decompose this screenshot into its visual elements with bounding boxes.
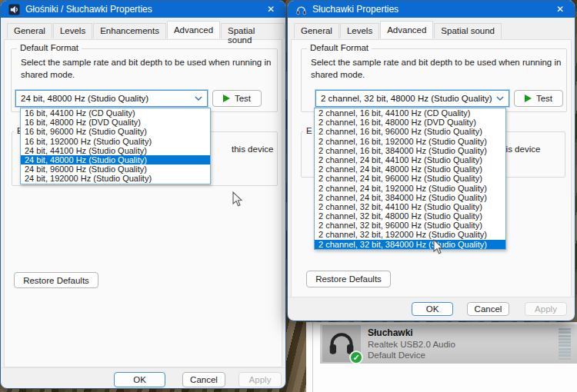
format-option[interactable]: 16 bit, 96000 Hz (Studio Quality) [21,127,210,136]
restore-defaults-button[interactable]: Restore Defaults [14,272,98,288]
format-option[interactable]: 2 channel, 32 bit, 48000 Hz (Studio Qual… [315,211,505,221]
speaker-icon [8,4,20,15]
format-option[interactable]: 2 channel, 32 bit, 96000 Hz (Studio Qual… [315,221,505,230]
tab-levels[interactable]: Levels [340,23,379,38]
titlebar: Głośniki / Słuchawki Properties ✕ [1,1,285,18]
close-icon[interactable]: ✕ [553,3,567,15]
tab-general[interactable]: General [7,23,52,38]
dialog-sluchawki-properties: Słuchawki Properties ✕ GeneralLevelsAdva… [287,0,575,321]
footer-divider [1,367,285,368]
format-option[interactable]: 2 channel, 24 bit, 96000 Hz (Studio Qual… [315,174,505,183]
test-button-label: Test [536,94,552,103]
tab-general[interactable]: General [294,23,339,38]
format-option[interactable]: 16 bit, 44100 Hz (CD Quality) [21,108,210,118]
apply-button[interactable]: Apply [525,302,567,316]
format-option[interactable]: 2 channel, 16 bit, 192000 Hz (Studio Qua… [315,137,505,146]
format-option[interactable]: 2 channel, 16 bit, 384000 Hz (Studio Qua… [315,146,505,155]
format-option[interactable]: 24 bit, 192000 Hz (Studio Quality) [21,174,210,183]
format-combobox[interactable]: 2 channel, 32 bit, 48000 Hz (Studio Qual… [315,90,509,107]
chevron-down-icon [195,95,202,101]
restore-defaults-button[interactable]: Restore Defaults [306,271,391,287]
format-option[interactable]: 2 channel, 32 bit, 44100 Hz (Studio Qual… [315,202,505,211]
play-icon [525,95,532,102]
tab-page-advanced: Default Format Select the sample rate an… [291,39,572,297]
default-device-check-icon: ✓ [349,350,363,364]
format-option[interactable]: 24 bit, 96000 Hz (Studio Quality) [21,164,210,174]
format-option[interactable]: 2 channel, 16 bit, 44100 Hz (CD Quality) [315,108,505,118]
titlebar: Słuchawki Properties ✕ [288,1,575,18]
dialog-title: Głośniki / Słuchawki Properties [25,4,152,15]
panel-divider [312,322,313,392]
tab-enhancements[interactable]: Enhancements [93,23,166,38]
format-option[interactable]: 2 channel, 32 bit, 384000 Hz (Studio Qua… [315,240,505,249]
tab-advanced[interactable]: Advanced [167,21,220,38]
tab-advanced[interactable]: Advanced [380,21,433,38]
volume-meter [559,328,571,360]
format-option[interactable]: 2 channel, 24 bit, 48000 Hz (Studio Qual… [315,164,505,174]
headphones-device-icon: ✓ [322,325,361,362]
tab-strip: GeneralLevelsAdvancedSpatial sound [294,23,502,38]
dialog-title: Słuchawki Properties [312,4,399,15]
group-label: Default Format [17,43,82,52]
apply-button[interactable]: Apply [238,372,282,387]
format-option[interactable]: 2 channel, 24 bit, 44100 Hz (Studio Qual… [315,155,505,164]
cancel-button[interactable]: Cancel [467,302,509,316]
format-option[interactable]: 24 bit, 48000 Hz (Studio Quality) [21,155,210,164]
format-description: Select the sample rate and bit depth to … [311,57,562,81]
device-driver: Realtek USB2.0 Audio [368,339,455,350]
test-button[interactable]: Test [212,90,262,107]
format-combobox-value: 2 channel, 32 bit, 48000 Hz (Studio Qual… [321,94,492,103]
chevron-down-icon [496,95,504,101]
device-name: Słuchawki [368,327,455,338]
format-option[interactable]: 2 channel, 24 bit, 384000 Hz (Studio Qua… [315,193,505,202]
test-button-label: Test [235,94,251,103]
format-option[interactable]: 24 bit, 44100 Hz (Studio Quality) [21,146,210,155]
format-option[interactable]: 16 bit, 48000 Hz (DVD Quality) [21,118,210,127]
headphones-icon [295,4,307,15]
exclusive-text-fragment: this device [232,145,273,154]
footer-divider [288,297,575,297]
format-combobox-value: 24 bit, 48000 Hz (Studio Quality) [21,94,148,103]
format-option[interactable]: 2 channel, 16 bit, 48000 Hz (DVD Quality… [315,118,505,127]
tab-spatial-sound[interactable]: Spatial sound [434,23,502,38]
format-combobox[interactable]: 24 bit, 48000 Hz (Studio Quality) [15,90,208,107]
tab-levels[interactable]: Levels [53,23,92,38]
tab-strip: GeneralLevelsEnhancementsAdvancedSpatial… [7,23,285,38]
desktop: ✓ Słuchawki Realtek USB2.0 Audio Default… [0,0,577,392]
format-option[interactable]: 2 channel, 16 bit, 96000 Hz (Studio Qual… [315,127,505,136]
mouse-cursor [232,191,244,208]
format-dropdown-list: 2 channel, 16 bit, 44100 Hz (CD Quality)… [314,108,506,250]
tab-spatial-sound[interactable]: Spatial sound [221,23,285,38]
ok-button[interactable]: OK [412,302,453,316]
ok-button[interactable]: OK [114,372,165,387]
sound-control-panel: ✓ Słuchawki Realtek USB2.0 Audio Default… [306,322,577,392]
format-option[interactable]: 16 bit, 192000 Hz (Studio Quality) [21,137,210,146]
test-button[interactable]: Test [514,90,563,107]
mouse-cursor [433,239,445,255]
format-option[interactable]: 2 channel, 24 bit, 192000 Hz (Studio Qua… [315,184,505,193]
format-dropdown-list: 16 bit, 44100 Hz (CD Quality)16 bit, 480… [20,108,211,184]
device-status: Default Device [368,350,455,360]
format-description: Select the sample rate and bit depth to … [21,57,272,81]
group-label: Default Format [307,43,372,52]
device-list-item[interactable]: ✓ Słuchawki Realtek USB2.0 Audio Default… [320,324,577,364]
play-icon [223,95,230,102]
format-option[interactable]: 2 channel, 32 bit, 192000 Hz (Studio Qua… [315,230,505,239]
close-icon[interactable]: ✕ [264,3,278,15]
cancel-button[interactable]: Cancel [182,372,225,387]
